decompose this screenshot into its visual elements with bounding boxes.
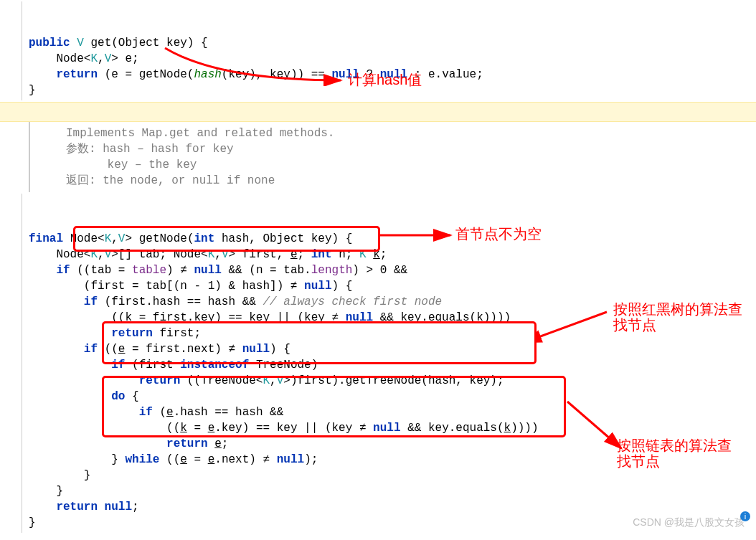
kw-final: final (29, 232, 63, 245)
uvar-e: e (290, 248, 298, 261)
cast2: >)first).getTreeNode(hash, key); (283, 374, 504, 387)
node3: Node< (56, 248, 90, 261)
expr1: (e = getNode( (105, 68, 194, 81)
anno-hash: 计算hash值 (348, 72, 422, 87)
cond14: ( (159, 406, 166, 419)
cond24: ); (304, 453, 318, 466)
kw-if4: if (111, 359, 125, 371)
kw-public: public (29, 37, 70, 49)
doc-l2: 参数: hash – hash for key (66, 143, 234, 156)
u5: k (180, 422, 187, 435)
cast1: ((TreeNode< (187, 374, 263, 387)
cond12: = first.next) ≠ (125, 343, 235, 356)
null1: null (194, 264, 221, 277)
type-k: K (90, 52, 98, 65)
brace5: } (111, 453, 118, 466)
cond10: )))) (483, 311, 511, 324)
null2: null (304, 280, 331, 293)
decl2: >[] tab; Node< (111, 248, 207, 261)
null5: null (373, 422, 400, 435)
cond7: (( (111, 311, 125, 324)
kw-if: if (56, 264, 70, 277)
cond2: ) ≠ (166, 264, 187, 277)
u8: e (214, 437, 222, 450)
kw-return: return (56, 68, 98, 81)
tv3: V (222, 248, 229, 261)
cond19: && key.equals( (407, 422, 504, 435)
decl: > e; (111, 52, 138, 65)
sig: get(Object key) { (90, 37, 207, 49)
anno-tree: 按照红黑树的算法查找节点 (613, 301, 742, 333)
kw-if5: if (139, 406, 153, 419)
node2: Node< (70, 232, 105, 245)
brace8: } (29, 516, 36, 529)
info-icon: i (740, 511, 750, 521)
kw-if2: if (84, 295, 98, 308)
tk2: K (90, 248, 98, 261)
comma: , (98, 52, 105, 65)
brace3: ) { (270, 343, 290, 356)
kw-do: do (111, 390, 125, 403)
kw-return4: return (166, 437, 208, 450)
uvar-k: k (373, 248, 380, 261)
brace6: } (84, 469, 91, 482)
doc-l4: 返回: the node, or null if none (66, 174, 275, 187)
kw-if3: if (84, 343, 98, 356)
u10: e (208, 453, 215, 466)
fn-hash: hash (194, 68, 221, 81)
expr2: (key), key)) == (222, 68, 325, 81)
cond20: )))) (511, 422, 538, 435)
u1: k (125, 311, 132, 324)
cond5: (first = tab[(n - 1) & hash]) ≠ (84, 280, 298, 293)
semi2: ; (380, 248, 387, 261)
cond21: (( (166, 453, 180, 466)
doc-l1: Implements Map.get and related methods. (66, 127, 334, 140)
cond4: ) > 0 && (352, 264, 407, 277)
semi4: ; (132, 501, 139, 513)
brace7: } (56, 485, 63, 498)
c: , (111, 232, 118, 245)
comment1: // always check first node (263, 295, 442, 308)
code-block-getnode: final Node<K,V> getNode(int hash, Object… (0, 192, 756, 534)
u4: e (166, 406, 174, 419)
decl3: > first, (229, 248, 290, 261)
cond1: ((tab = (77, 264, 125, 277)
tk3: K (208, 248, 215, 261)
cond18: .key) == key || (key ≠ (214, 422, 366, 435)
kw-while: while (125, 453, 159, 466)
cond16: (( (166, 422, 180, 435)
null4: null (242, 343, 270, 356)
anno-first: 首节点不为空 (455, 226, 542, 242)
anno-list: 按照链表的算法查找节点 (617, 437, 739, 469)
c3: , (214, 248, 222, 261)
expr3: : e.value; (415, 68, 483, 81)
u2: k (476, 311, 483, 324)
cond11: (( (105, 343, 118, 356)
u9: e (180, 453, 187, 466)
n: n; (339, 248, 352, 261)
field-length: length (311, 264, 353, 277)
u7: k (504, 422, 511, 435)
type-v: V (77, 37, 84, 49)
tk5: K (263, 374, 270, 387)
kw-returnnull: return null (56, 501, 132, 513)
params: hash, Object key) { (222, 232, 352, 245)
cond22: = (187, 453, 208, 466)
kw-return3: return (139, 374, 181, 387)
cond23: .next) ≠ (214, 453, 270, 466)
ret1: first; (159, 327, 201, 340)
kw-instanceof: instanceof (180, 359, 249, 371)
tk4: K (359, 248, 367, 261)
semi: ; (298, 248, 305, 261)
cond8: = first.key) == key || (key ≠ (132, 311, 339, 324)
c5: , (270, 374, 277, 387)
cond6: (first.hash == hash && (105, 295, 256, 308)
cond17: = (187, 422, 208, 435)
sig2: > getNode( (125, 232, 194, 245)
null6: null (277, 453, 304, 466)
null3: null (346, 311, 373, 324)
tv2: V (105, 248, 112, 261)
watermark: CSDN @我是八股文女孩 (633, 514, 745, 530)
cond3: && (n = tab. (229, 264, 311, 277)
u3: e (118, 343, 126, 356)
